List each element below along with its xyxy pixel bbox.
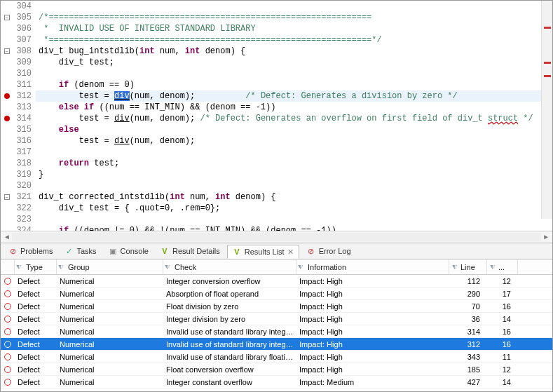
filter-icon[interactable]: ⧨ <box>298 264 305 271</box>
code-text[interactable]: return test; <box>36 158 552 169</box>
gutter[interactable]: − <box>1 191 13 203</box>
table-row[interactable]: DefectNumericalAbsorption of float opera… <box>1 288 552 300</box>
gutter[interactable] <box>1 147 13 158</box>
tab-problems[interactable]: ⊘ Problems <box>4 245 57 257</box>
gutter[interactable] <box>1 158 13 169</box>
filter-icon[interactable]: ⧨ <box>451 264 458 271</box>
gutter[interactable] <box>1 214 13 225</box>
table-row[interactable]: DefectNumericalInvalid use of standard l… <box>1 351 552 363</box>
table-row[interactable]: DefectNumericalInteger constant overflow… <box>1 376 552 388</box>
col-line[interactable]: ⧨ Line <box>449 259 487 274</box>
gutter[interactable] <box>1 68 13 79</box>
code-text[interactable]: /*======================================… <box>36 12 552 23</box>
code-line[interactable]: 318 return test; <box>1 158 552 169</box>
col-icon[interactable] <box>1 259 15 274</box>
code-text[interactable]: *=======================================… <box>36 34 552 46</box>
gutter[interactable] <box>1 225 13 231</box>
gutter[interactable] <box>1 1 13 12</box>
table-row[interactable]: DefectNumericalInvalid use of standard l… <box>1 338 552 351</box>
code-text[interactable]: if (denom == 0) <box>36 79 552 90</box>
table-row[interactable]: DefectNumericalInvalid use of standard l… <box>1 325 552 338</box>
gutter[interactable] <box>1 135 13 147</box>
table-row[interactable]: DefectNumericalFloat conversion overflow… <box>1 363 552 376</box>
code-text[interactable]: else <box>36 124 552 135</box>
code-text[interactable]: div_t test = { .quot=0, .rem=0}; <box>36 203 552 214</box>
gutter[interactable] <box>1 169 13 180</box>
code-line[interactable]: 314 test = div(num, denom); /* Defect: G… <box>1 113 552 124</box>
gutter[interactable]: − <box>1 12 13 23</box>
tab-results-list[interactable]: V Results List ✕ <box>227 245 299 259</box>
fold-icon[interactable]: − <box>4 48 10 54</box>
table-row[interactable]: DefectNumericalInteger division by zeroI… <box>1 313 552 325</box>
code-line[interactable]: 320 <box>1 180 552 191</box>
tab-result-details[interactable]: V Result Details <box>156 245 224 257</box>
col-information[interactable]: ⧨ Information <box>296 259 449 274</box>
error-marker-icon[interactable] <box>4 116 10 121</box>
code-line[interactable]: 304 <box>1 1 552 12</box>
code-text[interactable]: div_t bug_intstdlib(int num, int denom) … <box>36 46 552 57</box>
filter-icon[interactable]: ⧨ <box>165 264 172 271</box>
code-text[interactable] <box>36 214 552 225</box>
code-line[interactable]: 323 <box>1 214 552 225</box>
editor-horizontal-scrollbar[interactable]: ◄ ► <box>1 231 552 243</box>
code-text[interactable]: div_t test; <box>36 57 552 68</box>
close-icon[interactable]: ✕ <box>287 248 294 257</box>
code-line[interactable]: 310 <box>1 68 552 79</box>
col-col[interactable]: ⧨ ... <box>487 259 518 274</box>
code-line[interactable]: 315 else <box>1 124 552 135</box>
code-line[interactable]: 312 test = div(num, denom); /* Defect: G… <box>1 90 552 102</box>
code-text[interactable]: test = div(num, denom); /* Defect: Gener… <box>36 113 552 124</box>
code-line[interactable]: 313 else if ((num == INT_MIN) && (denom … <box>1 102 552 113</box>
code-text[interactable] <box>36 147 552 158</box>
fold-icon[interactable]: − <box>4 15 10 20</box>
code-text[interactable]: test = div(num, denom); /* Defect: Gener… <box>36 90 552 102</box>
code-line[interactable]: 309 div_t test; <box>1 57 552 68</box>
gutter[interactable] <box>1 124 13 135</box>
code-line[interactable]: 306 * INVALID USE OF INTEGER STANDARD LI… <box>1 23 552 34</box>
gutter[interactable]: − <box>1 46 13 57</box>
gutter[interactable] <box>1 90 13 102</box>
code-text[interactable]: } <box>36 169 552 180</box>
code-text[interactable] <box>36 68 552 79</box>
filter-icon[interactable]: ⧨ <box>16 264 23 271</box>
code-text[interactable]: else if ((num == INT_MIN) && (denom == -… <box>36 102 552 113</box>
filter-icon[interactable]: ⧨ <box>58 264 65 271</box>
tab-tasks[interactable]: ✓ Tasks <box>60 245 100 257</box>
code-line[interactable]: 316 test = div(num, denom); <box>1 135 552 147</box>
table-row[interactable]: DefectNumericalInteger conversion overfl… <box>1 275 552 288</box>
gutter[interactable] <box>1 102 13 113</box>
code-line[interactable]: 307 *===================================… <box>1 34 552 46</box>
code-text[interactable]: test = div(num, denom); <box>36 135 552 147</box>
gutter[interactable] <box>1 34 13 46</box>
gutter[interactable] <box>1 79 13 90</box>
col-group[interactable]: ⧨ Group <box>57 259 163 274</box>
scroll-left-icon[interactable]: ◄ <box>2 232 12 242</box>
gutter[interactable] <box>1 180 13 191</box>
code-line[interactable]: 317 <box>1 147 552 158</box>
tab-error-log[interactable]: ⊘ Error Log <box>302 245 355 257</box>
tab-console[interactable]: ▣ Console <box>104 245 153 257</box>
fold-icon[interactable]: − <box>4 194 10 200</box>
code-line[interactable]: −321div_t corrected_intstdlib(int num, i… <box>1 191 552 203</box>
gutter[interactable] <box>1 57 13 68</box>
code-line[interactable]: 324 if ((denom != 0) && !(num == INT_MIN… <box>1 225 552 231</box>
scroll-right-icon[interactable]: ► <box>541 232 551 242</box>
gutter[interactable] <box>1 23 13 34</box>
code-line[interactable]: 311 if (denom == 0) <box>1 79 552 90</box>
code-text[interactable]: div_t corrected_intstdlib(int num, int d… <box>36 191 552 203</box>
code-text[interactable]: * INVALID USE OF INTEGER STANDARD LIBRAR… <box>36 23 552 34</box>
code-line[interactable]: 319} <box>1 169 552 180</box>
table-row[interactable]: DefectNumericalInteger constant overflow… <box>1 388 552 391</box>
code-text[interactable]: if ((denom != 0) && !(num == INT_MIN) &&… <box>36 225 552 231</box>
code-text[interactable] <box>36 1 552 12</box>
editor-overview-ruler[interactable] <box>541 1 552 219</box>
col-type[interactable]: ⧨ Type <box>15 259 57 274</box>
gutter[interactable] <box>1 113 13 124</box>
col-check[interactable]: ⧨ Check <box>163 259 296 274</box>
code-line[interactable]: 322 div_t test = { .quot=0, .rem=0}; <box>1 203 552 214</box>
code-line[interactable]: −308div_t bug_intstdlib(int num, int den… <box>1 46 552 57</box>
filter-icon[interactable]: ⧨ <box>489 264 496 271</box>
code-line[interactable]: −305/*==================================… <box>1 12 552 23</box>
code-editor[interactable]: 304−305/*===============================… <box>1 1 552 243</box>
error-marker-icon[interactable] <box>4 93 10 99</box>
